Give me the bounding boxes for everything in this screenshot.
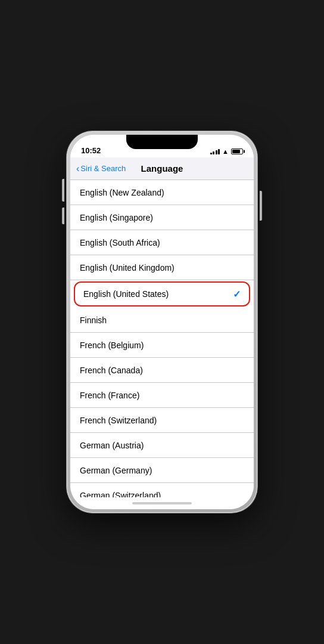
language-name-german-at: German (Austria): [80, 441, 144, 450]
language-item-english-us[interactable]: English (United States)✓: [74, 281, 250, 306]
language-item-english-uk[interactable]: English (United Kingdom): [70, 255, 254, 280]
language-item-french-ca[interactable]: French (Canada): [70, 358, 254, 383]
language-item-french-be[interactable]: French (Belgium): [70, 333, 254, 358]
language-item-french-ch[interactable]: French (Switzerland): [70, 408, 254, 433]
status-time: 10:52: [81, 146, 101, 155]
language-name-german-ch: German (Switzerland): [80, 491, 161, 498]
signal-bar-3: [216, 150, 217, 154]
language-name-english-nz: English (New Zealand): [80, 188, 164, 197]
language-item-english-nz[interactable]: English (New Zealand): [70, 180, 254, 205]
phone-frame: 10:52 ▲ ‹ Siri & Search Language: [67, 131, 257, 513]
language-item-german-de[interactable]: German (Germany): [70, 458, 254, 483]
home-bar: [132, 502, 192, 504]
notch: [126, 135, 198, 149]
checkmark-icon: ✓: [233, 289, 241, 300]
language-name-english-za: English (South Africa): [80, 238, 160, 247]
power-button[interactable]: [260, 191, 262, 221]
language-item-english-sg[interactable]: English (Singapore): [70, 205, 254, 230]
back-chevron-icon: ‹: [76, 163, 79, 174]
language-item-english-za[interactable]: English (South Africa): [70, 230, 254, 255]
language-name-french-ch: French (Switzerland): [80, 416, 157, 425]
battery-fill: [232, 150, 240, 153]
signal-bar-2: [213, 151, 214, 154]
home-indicator: [70, 497, 254, 509]
language-name-english-sg: English (Singapore): [80, 213, 153, 222]
language-item-finnish[interactable]: Finnish: [70, 308, 254, 333]
signal-icon: [210, 149, 220, 154]
language-item-german-ch[interactable]: German (Switzerland): [70, 483, 254, 497]
page-title: Language: [141, 163, 183, 174]
phone-screen: 10:52 ▲ ‹ Siri & Search Language: [70, 135, 254, 509]
language-list: English (New Zealand)English (Singapore)…: [70, 180, 254, 497]
navigation-bar: ‹ Siri & Search Language: [70, 157, 254, 180]
language-name-french-ca: French (Canada): [80, 366, 143, 375]
back-button[interactable]: ‹ Siri & Search: [76, 163, 126, 174]
language-item-german-at[interactable]: German (Austria): [70, 433, 254, 458]
language-name-finnish: Finnish: [80, 315, 107, 325]
language-name-english-uk: English (United Kingdom): [80, 263, 175, 273]
wifi-icon: ▲: [222, 148, 229, 155]
volume-down-button[interactable]: [62, 208, 64, 224]
silent-switch[interactable]: [62, 179, 64, 191]
battery-icon: [231, 148, 243, 154]
language-name-german-de: German (Germany): [80, 466, 152, 475]
language-name-french-fr: French (France): [80, 391, 139, 400]
status-icons: ▲: [210, 148, 243, 155]
language-item-french-fr[interactable]: French (France): [70, 383, 254, 408]
back-label: Siri & Search: [80, 164, 126, 173]
language-name-english-us: English (United States): [83, 289, 169, 299]
language-name-french-be: French (Belgium): [80, 340, 144, 350]
signal-bar-4: [218, 149, 220, 154]
language-list-content[interactable]: English (New Zealand)English (Singapore)…: [70, 180, 254, 497]
signal-bar-1: [210, 153, 212, 154]
